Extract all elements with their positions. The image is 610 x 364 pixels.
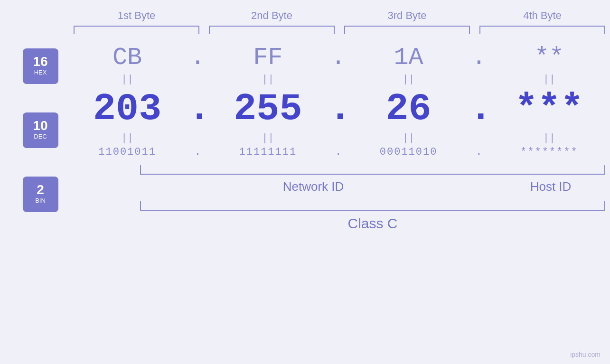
eq1-b3: || [348,74,469,85]
bin-byte-3: 00011010 [348,146,469,158]
hex-dot-3: . [469,44,488,72]
byte-label-3: 3rd Byte [339,9,475,22]
badge-dec: 10 DEC [23,112,58,148]
bin-b2-value: 11111111 [239,146,297,158]
hex-dot-2: . [329,44,348,72]
class-c-bracket [140,201,605,211]
badge-hex: 16 HEX [23,48,58,84]
byte-label-1: 1st Byte [69,9,204,22]
hex-byte-4: ** [488,44,610,72]
hex-byte-3: 1A [348,44,469,72]
bin-dot-3: . [469,146,488,158]
badges-column: 16 HEX 10 DEC 2 BIN [0,44,66,212]
id-bracket-row [135,165,610,175]
equals-row-1: || || || || [66,72,610,87]
dec-byte-2: 255 [207,87,328,131]
bin-row: 11001011 . 11111111 . 00011010 . [66,146,610,158]
eq2-b2: || [207,132,328,144]
hex-b2-value: FF [253,44,282,72]
byte-labels-row: 1st Byte 2nd Byte 3rd Byte 4th Byte [0,9,610,22]
bottom-brackets: Network ID Host ID Class C [66,165,610,232]
dec-b2-value: 255 [234,87,302,131]
network-id-label: Network ID [135,179,491,194]
host-id-label: Host ID [491,179,610,194]
hex-byte-1: CB [66,44,188,72]
hex-row: CB . FF . 1A . ** [66,44,610,72]
main-container: 1st Byte 2nd Byte 3rd Byte 4th Byte 16 H… [0,0,610,364]
dec-b1-value: 203 [93,87,161,131]
badge-dec-label: DEC [34,132,47,141]
eq2-b4: || [488,132,610,144]
badge-bin-label: BIN [35,196,46,205]
hex-b1-value: CB [113,44,142,72]
dec-dot-3: . [469,87,488,131]
hex-b3-value: 1A [394,44,423,72]
network-id-bracket [135,165,491,175]
bin-dot-1: . [188,146,207,158]
hex-byte-2: FF [207,44,328,72]
ip-rows-column: CB . FF . 1A . ** [66,44,610,232]
dec-b4-value: *** [515,87,583,131]
watermark: ipshu.com [570,351,601,358]
bracket-3 [344,26,470,34]
content-area: 16 HEX 10 DEC 2 BIN CB . [0,44,610,232]
hex-b4-value: ** [535,44,564,72]
bin-byte-2: 11111111 [207,146,328,158]
bin-dot-2: . [329,146,348,158]
equals-row-2: || || || || [66,131,610,146]
eq2-b1: || [66,132,188,144]
class-c-label: Class C [135,215,610,232]
class-label-row: Class C [135,215,610,232]
host-id-bracket [491,165,610,175]
eq1-b2: || [207,74,328,85]
bin-b1-value: 11001011 [98,146,156,158]
dec-row: 203 . 255 . 26 . *** [66,87,610,131]
dec-byte-1: 203 [66,87,188,131]
class-bracket-row [135,201,610,211]
dec-byte-3: 26 [348,87,469,131]
hex-dot-1: . [188,44,207,72]
bin-byte-1: 11001011 [66,146,188,158]
bracket-4 [479,26,605,34]
badge-dec-num: 10 [33,119,47,132]
bin-b4-value: ******** [520,146,578,158]
badge-bin-num: 2 [37,183,44,196]
dec-dot-2: . [329,87,348,131]
dec-byte-4: *** [488,87,610,131]
bin-byte-4: ******** [488,146,610,158]
bracket-1 [74,26,199,34]
byte-label-4: 4th Byte [475,9,610,22]
badge-hex-num: 16 [33,55,47,68]
eq1-b4: || [488,74,610,85]
dec-b3-value: 26 [386,87,432,131]
badge-bin: 2 BIN [23,177,58,212]
dec-dot-1: . [188,87,207,131]
id-labels-row: Network ID Host ID [135,179,610,194]
byte-label-2: 2nd Byte [204,9,339,22]
eq1-b1: || [66,74,188,85]
bin-b3-value: 00011010 [380,146,438,158]
badge-hex-label: HEX [34,68,47,77]
top-bracket-row [0,26,610,34]
eq2-b3: || [348,132,469,144]
bracket-2 [209,26,335,34]
